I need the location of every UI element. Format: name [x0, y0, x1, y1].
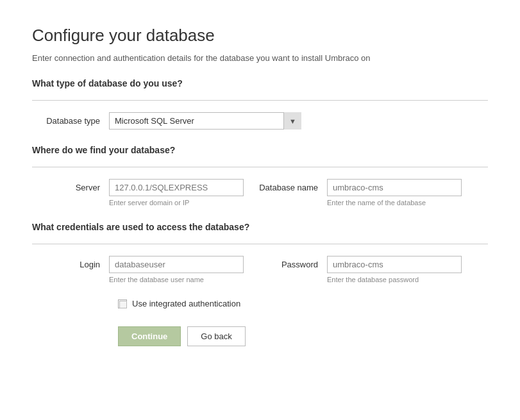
server-hint: Enter server domain or IP	[109, 199, 244, 206]
divider-3	[32, 244, 488, 244]
divider-1	[32, 100, 488, 101]
db-location-section: Where do we find your database? Server E…	[32, 145, 488, 206]
dbname-label: Database name	[256, 179, 327, 192]
password-group: Password Enter the database password	[256, 256, 462, 283]
password-field-wrapper: Enter the database password	[327, 256, 462, 283]
login-hint: Enter the database user name	[109, 276, 244, 283]
divider-2	[32, 167, 488, 167]
page-subtitle: Enter connection and authentication deta…	[32, 53, 488, 63]
integrated-auth-checkbox[interactable]	[118, 299, 127, 308]
credentials-header: What credentials are used to access the …	[32, 222, 488, 232]
button-row: Continue Go back	[118, 326, 488, 346]
location-fields-row: Server Enter server domain or IP Databas…	[32, 179, 488, 206]
db-location-header: Where do we find your database?	[32, 145, 488, 155]
dbname-field-wrapper: Enter the name of the database	[327, 179, 462, 206]
login-input[interactable]	[109, 256, 244, 273]
db-type-header: What type of database do you use?	[32, 78, 488, 88]
credentials-section: What credentials are used to access the …	[32, 222, 488, 283]
db-type-label: Database type	[32, 112, 109, 126]
page-title: Configure your database	[32, 26, 488, 46]
integrated-auth-label: Use integrated authentication	[132, 299, 240, 308]
integrated-auth-row: Use integrated authentication	[118, 299, 488, 308]
dbname-hint: Enter the name of the database	[327, 199, 462, 206]
server-field-wrapper: Enter server domain or IP	[109, 179, 244, 206]
login-group: Login Enter the database user name	[32, 256, 244, 283]
go-back-button[interactable]: Go back	[187, 326, 245, 346]
login-label: Login	[32, 256, 109, 269]
db-type-select-wrapper: Microsoft SQL Server MySQL SQLite SQL CE…	[109, 112, 301, 130]
dbname-group: Database name Enter the name of the data…	[256, 179, 462, 206]
credentials-fields-row: Login Enter the database user name Passw…	[32, 256, 488, 283]
continue-button[interactable]: Continue	[118, 326, 181, 346]
password-label: Password	[256, 256, 327, 269]
password-hint: Enter the database password	[327, 276, 462, 283]
db-type-group: Database type Microsoft SQL Server MySQL…	[32, 112, 488, 130]
server-label: Server	[32, 179, 109, 192]
server-input[interactable]	[109, 179, 244, 196]
database-type-select[interactable]: Microsoft SQL Server MySQL SQLite SQL CE	[109, 112, 301, 130]
login-field-wrapper: Enter the database user name	[109, 256, 244, 283]
db-type-section: What type of database do you use? Databa…	[32, 78, 488, 130]
password-input[interactable]	[327, 256, 462, 273]
server-group: Server Enter server domain or IP	[32, 179, 244, 206]
database-name-input[interactable]	[327, 179, 462, 196]
